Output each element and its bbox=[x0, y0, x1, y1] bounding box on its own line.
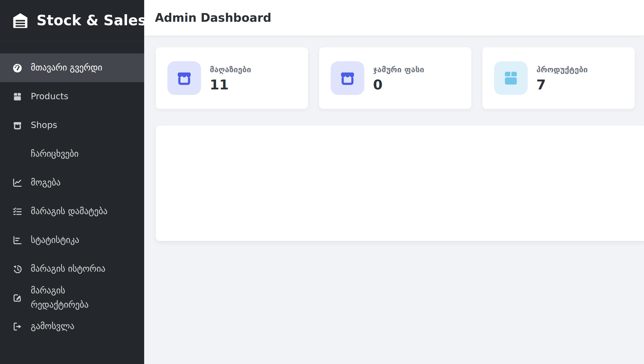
stats-row: მაღაზიები 11 ჯამური ფასი 0 bbox=[156, 47, 644, 109]
list-check-icon bbox=[12, 206, 23, 217]
store-icon bbox=[331, 61, 364, 95]
sidebar-item-label: მოგება bbox=[31, 176, 61, 190]
stat-card-value: 7 bbox=[536, 78, 588, 91]
store-icon bbox=[167, 61, 201, 95]
sidebar-item-statistics[interactable]: სტატისტიკა bbox=[0, 226, 144, 255]
sidebar-item-label: გამოსვლა bbox=[31, 319, 74, 334]
content-panel bbox=[156, 126, 644, 241]
stat-card-text: ჯამური ფასი 0 bbox=[373, 65, 424, 91]
gauge-icon bbox=[12, 62, 23, 74]
sidebar-item-label: Shops bbox=[31, 118, 57, 132]
sidebar-item-add-stock[interactable]: მარაგის დამატება bbox=[0, 197, 144, 226]
box-icon bbox=[494, 61, 528, 95]
history-icon bbox=[12, 263, 23, 275]
stat-card-text: პროდუქტები 7 bbox=[536, 65, 588, 91]
sidebar-item-label: მთავარი გვერდი bbox=[31, 61, 102, 75]
stat-card-text: მაღაზიები 11 bbox=[210, 65, 251, 91]
stat-card-label: ჯამური ფასი bbox=[373, 65, 424, 74]
logout-icon bbox=[12, 321, 23, 332]
sidebar-item-stock-history[interactable]: მარაგის ისტორია bbox=[0, 255, 144, 283]
sidebar-item-edit-stock[interactable]: მარაგის რედაქტირება bbox=[0, 283, 144, 312]
stat-card-value: 11 bbox=[210, 78, 251, 91]
box-icon bbox=[12, 91, 23, 102]
sidebar-item-label: მარაგის დამატება bbox=[31, 204, 108, 219]
logo-text: Stock & Sales bbox=[37, 12, 146, 29]
sidebar-item-label: მარაგის რედაქტირება bbox=[31, 284, 99, 312]
chart-line-icon bbox=[12, 177, 23, 189]
stat-card-value: 0 bbox=[373, 78, 424, 91]
sidebar-item-label: სტატისტიკა bbox=[31, 233, 79, 247]
stat-card-products: პროდუქტები 7 bbox=[482, 47, 635, 109]
sidebar-item-profit[interactable]: მოგება bbox=[0, 168, 144, 197]
no-icon bbox=[12, 148, 23, 160]
sidebar: Stock & Sales მთავარი გვერდი bbox=[0, 0, 144, 364]
sidebar-item-label: ჩარიცხვები bbox=[31, 147, 79, 161]
edit-icon bbox=[12, 292, 23, 304]
sidebar-item-label: Products bbox=[31, 89, 68, 104]
stat-card-shops: მაღაზიები 11 bbox=[156, 47, 308, 109]
page-title: Admin Dashboard bbox=[155, 11, 271, 24]
logo[interactable]: Stock & Sales bbox=[0, 0, 144, 41]
page-header: Admin Dashboard bbox=[144, 0, 644, 35]
stat-card-total-price: ჯამური ფასი 0 bbox=[319, 47, 471, 109]
main-area: Admin Dashboard მაღაზიები 11 bbox=[144, 0, 644, 364]
sidebar-item-label: მარაგის ისტორია bbox=[31, 262, 105, 276]
chart-bar-icon bbox=[12, 235, 23, 246]
content: მაღაზიები 11 ჯამური ფასი 0 bbox=[144, 35, 644, 364]
sidebar-nav: მთავარი გვერდი Products bbox=[0, 41, 144, 341]
sidebar-item-logout[interactable]: გამოსვლა bbox=[0, 312, 144, 341]
stat-card-label: პროდუქტები bbox=[536, 65, 588, 74]
sidebar-item-deposits[interactable]: ჩარიცხვები bbox=[0, 140, 144, 168]
sidebar-item-shops[interactable]: Shops bbox=[0, 111, 144, 140]
store-icon bbox=[12, 120, 23, 131]
sidebar-item-products[interactable]: Products bbox=[0, 82, 144, 111]
warehouse-icon bbox=[11, 12, 30, 29]
app-root: Stock & Sales მთავარი გვერდი bbox=[0, 0, 644, 364]
stat-card-label: მაღაზიები bbox=[210, 65, 251, 74]
sidebar-item-dashboard[interactable]: მთავარი გვერდი bbox=[0, 53, 144, 82]
